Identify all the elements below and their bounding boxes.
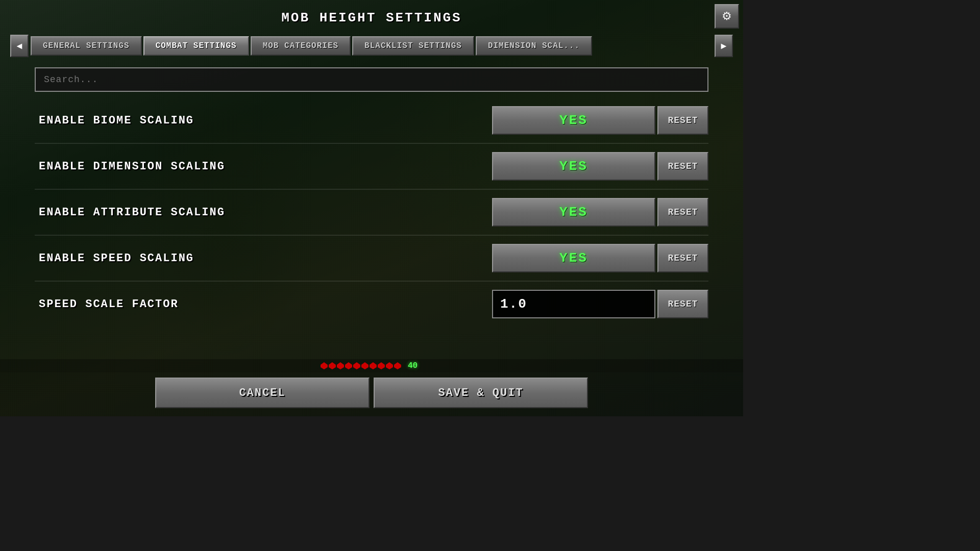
toggle-enable-speed-scaling[interactable]: Yes	[492, 244, 655, 272]
tab-arrow-left[interactable]: ◄	[10, 35, 29, 57]
heart-icon	[321, 362, 328, 369]
setting-label-speed-scale-factor: Speed Scale Factor	[35, 298, 492, 311]
tab-arrow-right[interactable]: ►	[715, 35, 733, 57]
heart-icon	[378, 362, 385, 369]
tab-combat[interactable]: Combat Settings	[143, 36, 249, 56]
heart-icon	[329, 362, 336, 369]
heart-icon	[386, 362, 393, 369]
tab-blacklist[interactable]: Blacklist Settings	[352, 36, 474, 56]
level-display: 40	[403, 361, 423, 370]
toggle-enable-dimension-scaling[interactable]: Yes	[492, 152, 655, 181]
save-quit-button[interactable]: Save & Quit	[374, 378, 588, 408]
heart-icon	[345, 362, 352, 369]
heart-icon	[361, 362, 369, 369]
reset-enable-dimension-scaling[interactable]: Reset	[657, 152, 708, 181]
setting-controls-enable-dimension-scaling: YesReset	[492, 152, 708, 181]
divider-3	[35, 281, 708, 282]
search-input[interactable]	[35, 67, 708, 92]
setting-controls-enable-biome-scaling: YesReset	[492, 106, 708, 135]
setting-row-enable-attribute-scaling: Enable Attribute ScalingYesReset	[35, 193, 708, 232]
chevron-right-icon: ►	[719, 41, 728, 52]
setting-controls-enable-speed-scaling: YesReset	[492, 244, 708, 272]
setting-row-enable-dimension-scaling: Enable Dimension ScalingYesReset	[35, 147, 708, 186]
heart-icon	[394, 362, 401, 369]
toggle-enable-biome-scaling[interactable]: Yes	[492, 106, 655, 135]
hearts-display	[321, 362, 401, 369]
reset-speed-scale-factor[interactable]: Reset	[657, 290, 708, 318]
cancel-button[interactable]: Cancel	[155, 378, 370, 408]
setting-label-enable-biome-scaling: Enable Biome Scaling	[35, 114, 492, 127]
setting-label-enable-attribute-scaling: Enable Attribute Scaling	[35, 206, 492, 219]
bottom-buttons: Cancel Save & Quit	[0, 372, 743, 416]
bottom-area: 40 Cancel Save & Quit	[0, 359, 743, 416]
gear-icon: ⚙	[722, 10, 732, 23]
divider-0	[35, 143, 708, 144]
reset-enable-biome-scaling[interactable]: Reset	[657, 106, 708, 135]
divider-2	[35, 235, 708, 236]
setting-row-enable-biome-scaling: Enable Biome ScalingYesReset	[35, 101, 708, 140]
reset-enable-attribute-scaling[interactable]: Reset	[657, 198, 708, 227]
heart-icon	[337, 362, 344, 369]
tab-bar: ◄ General SettingsCombat SettingsMob Cat…	[0, 35, 743, 57]
heart-icon	[353, 362, 360, 369]
tabs-wrapper: General SettingsCombat SettingsMob Categ…	[29, 36, 715, 56]
tab-general[interactable]: General Settings	[31, 36, 142, 56]
tab-mob-categories[interactable]: Mob Categories	[251, 36, 351, 56]
settings-list: Enable Biome ScalingYesResetEnable Dimen…	[35, 101, 708, 323]
tab-dimension-scale[interactable]: Dimension Scal...	[476, 36, 592, 56]
reset-enable-speed-scaling[interactable]: Reset	[657, 244, 708, 272]
input-speed-scale-factor[interactable]	[492, 290, 655, 318]
setting-row-enable-speed-scaling: Enable Speed ScalingYesReset	[35, 239, 708, 278]
setting-label-enable-dimension-scaling: Enable Dimension Scaling	[35, 160, 492, 173]
settings-icon-button[interactable]: ⚙	[715, 4, 739, 29]
setting-controls-enable-attribute-scaling: YesReset	[492, 198, 708, 227]
toggle-enable-attribute-scaling[interactable]: Yes	[492, 198, 655, 227]
setting-label-enable-speed-scaling: Enable Speed Scaling	[35, 252, 492, 265]
setting-controls-speed-scale-factor: Reset	[492, 290, 708, 318]
page-title: Mob Height Settings	[281, 10, 461, 26]
chevron-left-icon: ◄	[15, 41, 24, 52]
setting-row-speed-scale-factor: Speed Scale FactorReset	[35, 285, 708, 323]
divider-1	[35, 189, 708, 190]
hud-bar: 40	[0, 359, 743, 372]
heart-icon	[370, 362, 377, 369]
